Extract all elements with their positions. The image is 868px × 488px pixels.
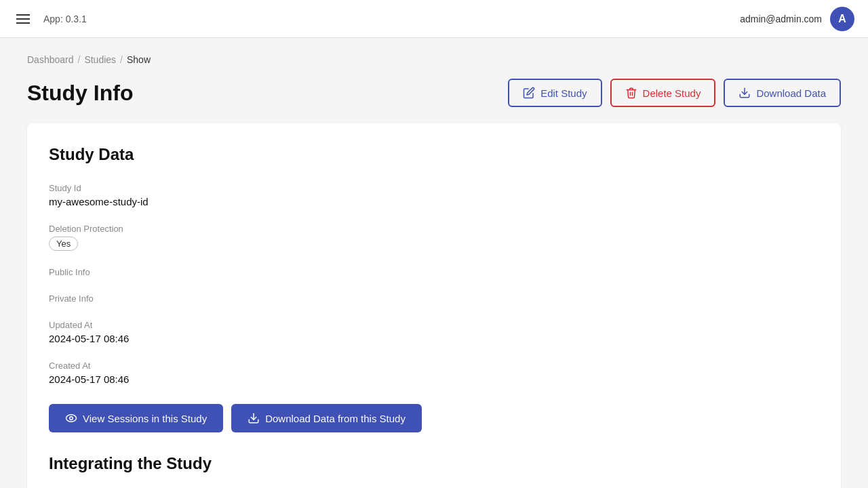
deletion-protection-label: Deletion Protection	[49, 224, 819, 234]
navbar: App: 0.3.1 admin@admin.com A	[0, 0, 868, 38]
download-icon	[738, 87, 751, 99]
updated-at-label: Updated At	[49, 320, 819, 330]
app-version: App: 0.3.1	[43, 14, 87, 24]
main-content: Dashboard / Studies / Show Study Info Ed…	[0, 38, 868, 488]
study-data-card: Study Data Study Id my-awesome-study-id …	[27, 123, 841, 488]
download-data-label: Download Data	[756, 87, 826, 99]
private-info-label: Private Info	[49, 293, 819, 304]
avatar[interactable]: A	[830, 7, 854, 31]
field-public-info: Public Info	[49, 267, 819, 277]
breadcrumb-dashboard[interactable]: Dashboard	[27, 54, 74, 65]
created-at-value: 2024-05-17 08:46	[49, 373, 819, 385]
breadcrumb-studies[interactable]: Studies	[84, 54, 116, 65]
user-email: admin@admin.com	[740, 14, 822, 24]
breadcrumb-sep-1: /	[78, 54, 81, 65]
breadcrumb-sep-2: /	[120, 54, 123, 65]
study-id-value: my-awesome-study-id	[49, 196, 819, 207]
svg-point-2	[70, 417, 73, 420]
action-buttons: Edit Study Delete Study	[508, 79, 841, 107]
created-at-label: Created At	[49, 361, 819, 371]
navbar-right: admin@admin.com A	[740, 7, 854, 31]
navbar-left: App: 0.3.1	[14, 12, 87, 26]
study-id-label: Study Id	[49, 183, 819, 193]
field-deletion-protection: Deletion Protection Yes	[49, 224, 819, 251]
integrating-section-title: Integrating the Study	[49, 454, 819, 473]
field-private-info: Private Info	[49, 293, 819, 304]
field-created-at: Created At 2024-05-17 08:46	[49, 361, 819, 385]
field-study-id: Study Id my-awesome-study-id	[49, 183, 819, 207]
breadcrumb-current: Show	[127, 54, 151, 65]
page-title: Study Info	[27, 81, 133, 106]
view-sessions-label: View Sessions in this Study	[83, 413, 207, 424]
breadcrumb: Dashboard / Studies / Show	[27, 54, 841, 65]
delete-study-label: Delete Study	[643, 87, 701, 99]
page-title-row: Study Info Edit Study Delete	[27, 79, 841, 107]
trash-icon	[625, 87, 637, 99]
hamburger-menu[interactable]	[14, 12, 33, 26]
view-sessions-button[interactable]: View Sessions in this Study	[49, 404, 223, 432]
download-data-from-study-label: Download Data from this Study	[265, 413, 406, 424]
deletion-protection-badge: Yes	[49, 237, 78, 251]
edit-study-button[interactable]: Edit Study	[508, 79, 601, 107]
download-data-from-study-button[interactable]: Download Data from this Study	[231, 404, 422, 432]
delete-study-button[interactable]: Delete Study	[610, 79, 716, 107]
edit-study-label: Edit Study	[540, 87, 587, 99]
public-info-label: Public Info	[49, 267, 819, 277]
field-updated-at: Updated At 2024-05-17 08:46	[49, 320, 819, 344]
edit-icon	[523, 87, 535, 99]
download-study-icon	[248, 412, 260, 424]
download-data-button[interactable]: Download Data	[724, 79, 841, 107]
updated-at-value: 2024-05-17 08:46	[49, 333, 819, 344]
card-title: Study Data	[49, 145, 819, 164]
card-bottom-buttons: View Sessions in this Study Download Dat…	[49, 404, 819, 432]
eye-icon	[65, 412, 77, 424]
svg-point-1	[66, 415, 77, 422]
